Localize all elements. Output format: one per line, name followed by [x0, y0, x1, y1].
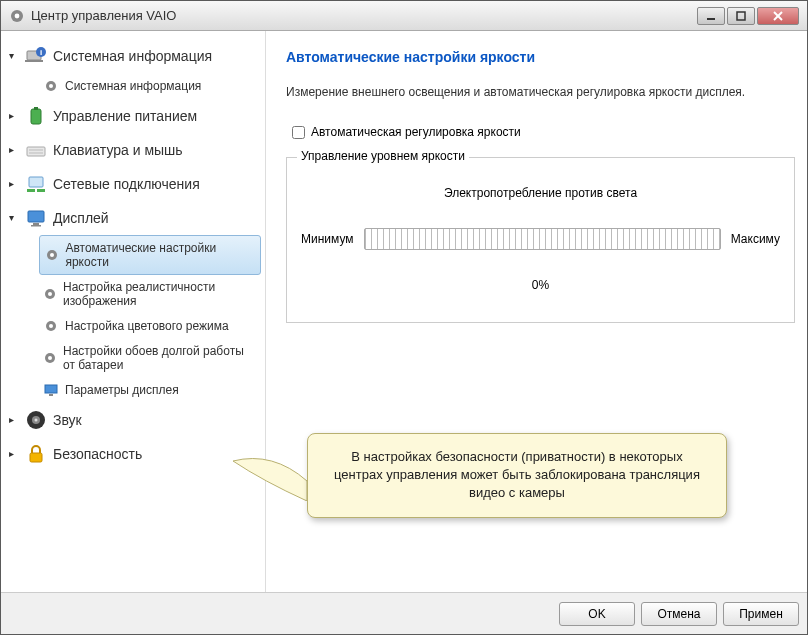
gear-icon: [43, 286, 57, 302]
svg-rect-22: [31, 225, 41, 227]
lock-icon: [25, 443, 47, 465]
svg-rect-32: [49, 394, 53, 396]
sidebar-item-keyboard-mouse[interactable]: ▸ Клавиатура и мышь: [1, 133, 265, 167]
auto-brightness-checkbox[interactable]: [292, 126, 305, 139]
page-description: Измерение внешнего освещения и автоматич…: [286, 85, 795, 99]
sidebar-subitem-image-realism[interactable]: Настройка реалистичности изображения: [35, 275, 265, 313]
sidebar-subitem-system-info[interactable]: Системная информация: [35, 73, 265, 99]
gear-icon: [43, 350, 57, 366]
arrow-right-icon: ▸: [9, 414, 21, 426]
cancel-button[interactable]: Отмена: [641, 602, 717, 626]
fieldset-legend: Управление уровнем яркости: [297, 149, 469, 163]
sidebar-item-label: Системная информация: [65, 79, 201, 93]
svg-rect-31: [45, 385, 57, 393]
arrow-down-icon: ▾: [9, 50, 21, 62]
close-button[interactable]: [757, 7, 799, 25]
slider-max-label: Максиму: [731, 232, 780, 246]
svg-point-30: [48, 356, 52, 360]
svg-point-28: [49, 324, 53, 328]
sidebar-item-label: Безопасность: [53, 446, 142, 462]
auto-brightness-label: Автоматическая регулировка яркости: [311, 125, 521, 139]
apply-button[interactable]: Примен: [723, 602, 799, 626]
app-icon: [9, 8, 25, 24]
brightness-slider[interactable]: [364, 228, 721, 250]
sidebar-item-network[interactable]: ▸ Сетевые подключения: [1, 167, 265, 201]
arrow-right-icon: ▸: [9, 178, 21, 190]
arrow-right-icon: ▸: [9, 144, 21, 156]
sidebar-item-sound[interactable]: ▸ Звук: [1, 403, 265, 437]
sidebar-item-label: Управление питанием: [53, 108, 197, 124]
battery-icon: [25, 105, 47, 127]
svg-rect-18: [27, 189, 35, 192]
sidebar-item-label: Параметры дисплея: [65, 383, 179, 397]
svg-point-11: [49, 84, 53, 88]
minimize-button[interactable]: [697, 7, 725, 25]
svg-rect-19: [37, 189, 45, 192]
dialog-footer: OK Отмена Примен: [1, 592, 807, 634]
sidebar: ▾ i Системная информация Системная инфор…: [1, 31, 266, 592]
svg-rect-12: [31, 109, 41, 124]
arrow-down-icon: ▾: [9, 212, 21, 224]
maximize-button[interactable]: [727, 7, 755, 25]
network-icon: [25, 173, 47, 195]
svg-rect-13: [34, 107, 38, 110]
auto-brightness-checkbox-row: Автоматическая регулировка яркости: [286, 125, 795, 139]
sidebar-item-label: Дисплей: [53, 210, 109, 226]
sidebar-item-label: Системная информация: [53, 48, 212, 64]
window-controls: [697, 7, 799, 25]
speaker-icon: [25, 409, 47, 431]
svg-rect-3: [737, 12, 745, 20]
gear-icon: [44, 247, 59, 263]
gear-icon: [43, 78, 59, 94]
sidebar-item-label: Настройка цветового режима: [65, 319, 229, 333]
page-heading: Автоматические настройки яркости: [286, 49, 795, 65]
svg-rect-21: [33, 223, 39, 225]
svg-rect-7: [25, 60, 43, 62]
tradeoff-label: Электропотребление против света: [301, 186, 780, 200]
brightness-percent: 0%: [301, 278, 780, 292]
svg-rect-14: [27, 147, 45, 156]
sidebar-item-label: Звук: [53, 412, 82, 428]
sidebar-item-display[interactable]: ▾ Дисплей: [1, 201, 265, 235]
sidebar-item-label: Сетевые подключения: [53, 176, 200, 192]
brightness-slider-row: Минимум Максиму: [301, 228, 780, 250]
sidebar-item-label: Настройка реалистичности изображения: [63, 280, 257, 308]
window: Центр управления VAIO ▾ i Системная инфо…: [0, 0, 808, 635]
sidebar-subitem-color-mode[interactable]: Настройка цветового режима: [35, 313, 265, 339]
sidebar-item-system-info[interactable]: ▾ i Системная информация: [1, 39, 265, 73]
annotation-callout: В настройках безопасности (приватности) …: [307, 433, 727, 518]
gear-icon: [43, 318, 59, 334]
sidebar-item-label: Клавиатура и мышь: [53, 142, 183, 158]
svg-point-1: [15, 13, 20, 18]
keyboard-icon: [25, 139, 47, 161]
svg-rect-20: [28, 211, 44, 222]
arrow-right-icon: ▸: [9, 110, 21, 122]
titlebar: Центр управления VAIO: [1, 1, 807, 31]
sidebar-subitem-auto-brightness[interactable]: Автоматические настройки яркости: [39, 235, 261, 275]
sidebar-item-label: Автоматические настройки яркости: [65, 241, 256, 269]
sidebar-item-power[interactable]: ▸ Управление питанием: [1, 99, 265, 133]
sidebar-subitem-wallpaper-battery[interactable]: Настройки обоев долгой работы от батареи: [35, 339, 265, 377]
window-title: Центр управления VAIO: [31, 8, 697, 23]
callout-text: В настройках безопасности (приватности) …: [334, 449, 700, 500]
svg-point-26: [48, 292, 52, 296]
svg-point-35: [35, 419, 38, 422]
sidebar-subitem-display-params[interactable]: Параметры дисплея: [35, 377, 265, 403]
laptop-info-icon: i: [25, 45, 47, 67]
arrow-right-icon: ▸: [9, 448, 21, 460]
monitor-icon: [25, 207, 47, 229]
svg-point-24: [50, 253, 54, 257]
ok-button[interactable]: OK: [559, 602, 635, 626]
monitor-small-icon: [43, 382, 59, 398]
svg-text:i: i: [40, 48, 42, 57]
svg-rect-36: [30, 453, 42, 462]
sidebar-item-label: Настройки обоев долгой работы от батареи: [63, 344, 257, 372]
sidebar-item-security[interactable]: ▸ Безопасность: [1, 437, 265, 471]
brightness-fieldset: Управление уровнем яркости Электропотреб…: [286, 157, 795, 323]
slider-min-label: Минимум: [301, 232, 354, 246]
svg-rect-17: [29, 177, 43, 187]
